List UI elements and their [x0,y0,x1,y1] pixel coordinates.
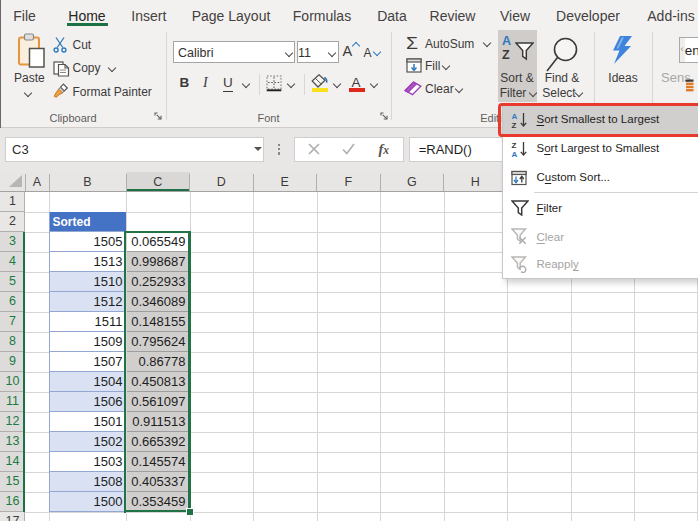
svg-text:A: A [511,149,517,157]
